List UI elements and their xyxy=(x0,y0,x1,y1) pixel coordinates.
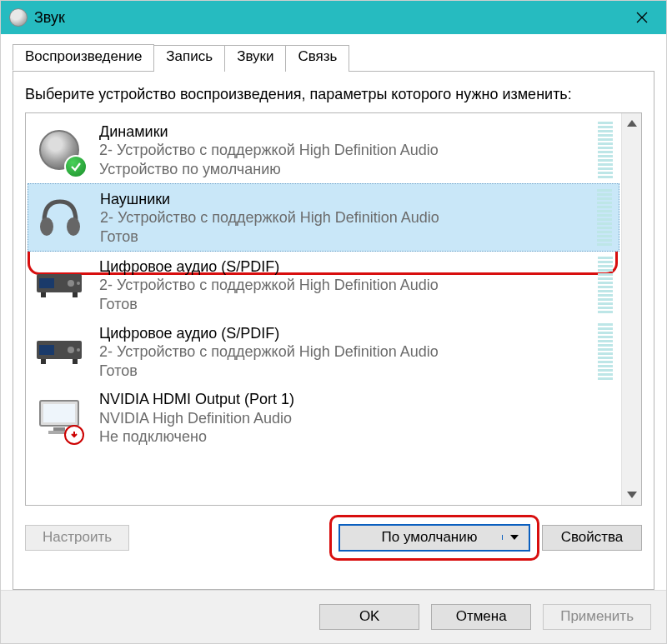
device-list: Динамики 2- Устройство с поддержкой High… xyxy=(26,113,621,505)
error-icon xyxy=(64,425,84,445)
level-meter xyxy=(598,122,613,178)
window-title: Звук xyxy=(34,9,616,27)
close-button[interactable] xyxy=(623,2,661,32)
chevron-down-icon[interactable] xyxy=(502,535,520,540)
device-info: Динамики 2- Устройство с поддержкой High… xyxy=(99,122,584,179)
svg-rect-14 xyxy=(41,359,46,364)
tab-communications[interactable]: Связь xyxy=(285,45,349,72)
set-default-wrap: По умолчанию xyxy=(339,524,530,552)
svg-rect-9 xyxy=(73,292,78,297)
dialog-body: Воспроизведение Запись Звуки Связь Выбер… xyxy=(1,34,666,643)
svg-point-13 xyxy=(77,348,80,352)
titlebar: Звук xyxy=(1,1,666,34)
set-default-label: По умолчанию xyxy=(365,529,494,546)
svg-point-6 xyxy=(68,280,74,287)
headphones-icon xyxy=(33,191,87,244)
scrollbar[interactable] xyxy=(621,113,641,505)
receiver-icon xyxy=(33,258,86,312)
panel-button-row: Настроить По умолчанию Свойства xyxy=(25,524,642,552)
playback-panel: Выберите устройство воспроизведения, пар… xyxy=(13,71,654,590)
svg-rect-17 xyxy=(43,404,75,422)
svg-rect-5 xyxy=(39,278,54,288)
apply-button[interactable]: Применить xyxy=(543,604,651,630)
cancel-button[interactable]: Отмена xyxy=(431,604,531,630)
svg-rect-11 xyxy=(39,345,54,355)
device-row[interactable]: Цифровое аудио (S/PDIF) 2- Устройство с … xyxy=(28,252,619,318)
svg-marker-21 xyxy=(627,492,637,498)
ok-button[interactable]: OK xyxy=(319,604,419,630)
svg-point-2 xyxy=(40,217,53,236)
svg-rect-8 xyxy=(41,292,46,297)
device-info: NVIDIA HDMI Output (Port 1) NVIDIA High … xyxy=(99,390,614,447)
tabs: Воспроизведение Запись Звуки Связь xyxy=(13,44,666,71)
device-status: Готов xyxy=(100,227,584,247)
device-list-container: Динамики 2- Устройство с поддержкой High… xyxy=(25,112,642,506)
svg-point-12 xyxy=(68,347,74,353)
tab-playback[interactable]: Воспроизведение xyxy=(13,44,154,71)
device-info: Цифровое аудио (S/PDIF) 2- Устройство с … xyxy=(99,257,584,314)
device-row[interactable]: Наушники 2- Устройство с поддержкой High… xyxy=(28,183,619,252)
device-row[interactable]: Динамики 2- Устройство с поддержкой High… xyxy=(28,117,619,183)
device-status: Устройство по умолчанию xyxy=(99,160,584,179)
device-subtitle: 2- Устройство с поддержкой High Definiti… xyxy=(99,141,584,160)
device-name: Цифровое аудио (S/PDIF) xyxy=(99,257,584,277)
receiver-icon xyxy=(33,325,86,378)
device-subtitle: 2- Устройство с поддержкой High Definiti… xyxy=(100,208,584,227)
svg-marker-22 xyxy=(510,535,519,540)
device-status: Не подключено xyxy=(99,427,614,447)
sound-dialog: Звук Воспроизведение Запись Звуки Связь … xyxy=(0,0,667,644)
device-info: Цифровое аудио (S/PDIF) 2- Устройство с … xyxy=(99,324,584,381)
svg-point-7 xyxy=(77,282,80,285)
tab-recording[interactable]: Запись xyxy=(153,45,225,72)
device-status: Готов xyxy=(99,295,584,314)
set-default-button[interactable]: По умолчанию xyxy=(339,524,530,552)
svg-rect-18 xyxy=(53,427,65,431)
svg-rect-15 xyxy=(73,359,78,364)
device-row[interactable]: Цифровое аудио (S/PDIF) 2- Устройство с … xyxy=(28,318,619,385)
device-name: NVIDIA HDMI Output (Port 1) xyxy=(99,390,614,409)
instruction-text: Выберите устройство воспроизведения, пар… xyxy=(25,85,642,104)
dialog-button-row: OK Отмена Применить xyxy=(1,590,666,643)
device-name: Цифровое аудио (S/PDIF) xyxy=(99,324,584,343)
speaker-icon xyxy=(33,123,86,177)
device-name: Наушники xyxy=(100,190,584,209)
tab-sounds[interactable]: Звуки xyxy=(224,45,286,72)
level-meter xyxy=(597,189,612,246)
device-info: Наушники 2- Устройство с поддержкой High… xyxy=(100,190,584,247)
level-meter xyxy=(598,257,613,313)
device-name: Динамики xyxy=(99,122,584,142)
svg-point-3 xyxy=(67,217,80,236)
device-subtitle: 2- Устройство с поддержкой High Definiti… xyxy=(99,276,584,295)
level-meter xyxy=(598,323,613,380)
svg-marker-20 xyxy=(627,120,637,127)
device-status: Готов xyxy=(99,362,584,381)
app-icon xyxy=(9,8,28,27)
configure-button[interactable]: Настроить xyxy=(25,525,129,551)
close-icon xyxy=(636,12,648,23)
properties-button[interactable]: Свойства xyxy=(542,525,642,551)
monitor-icon xyxy=(33,392,86,445)
device-row[interactable]: NVIDIA HDMI Output (Port 1) NVIDIA High … xyxy=(28,385,619,452)
scroll-down-icon[interactable] xyxy=(622,485,641,505)
default-check-icon xyxy=(64,155,88,178)
scroll-up-icon[interactable] xyxy=(622,113,641,133)
scroll-track[interactable] xyxy=(622,133,641,485)
device-subtitle: NVIDIA High Definition Audio xyxy=(99,409,614,428)
device-subtitle: 2- Устройство с поддержкой High Definiti… xyxy=(99,342,584,362)
